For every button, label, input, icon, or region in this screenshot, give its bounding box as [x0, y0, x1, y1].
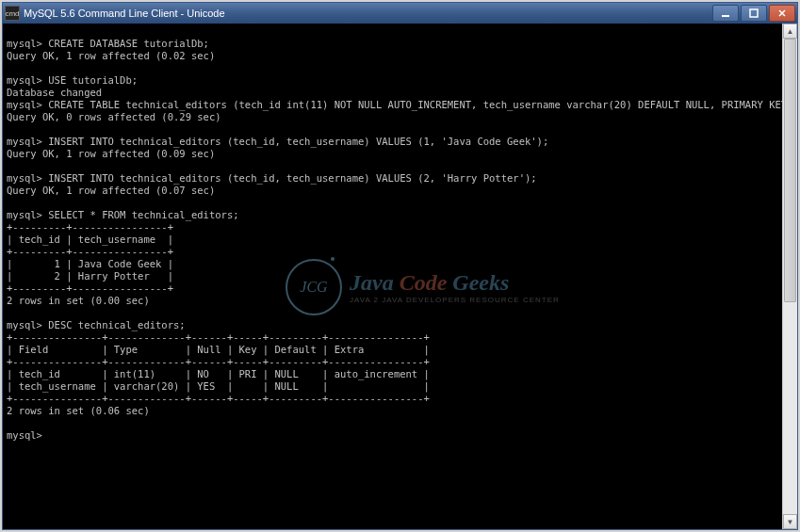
- scroll-up-button[interactable]: ▲: [783, 24, 797, 39]
- scroll-thumb[interactable]: [784, 39, 796, 302]
- maximize-icon: [749, 8, 759, 18]
- close-icon: [777, 8, 787, 18]
- minimize-icon: [721, 8, 730, 18]
- chevron-down-icon: ▼: [787, 518, 794, 526]
- window-title: MySQL 5.6 Command Line Client - Unicode: [24, 8, 710, 19]
- scroll-track[interactable]: [783, 39, 797, 514]
- scroll-down-button[interactable]: ▼: [783, 514, 797, 529]
- close-button[interactable]: [769, 5, 795, 22]
- chevron-up-icon: ▲: [787, 27, 794, 36]
- minimize-button[interactable]: [712, 5, 739, 22]
- app-icon: cmd: [5, 6, 20, 21]
- terminal-output[interactable]: mysql> CREATE DATABASE tutorialDb; Query…: [3, 24, 782, 529]
- vertical-scrollbar[interactable]: ▲ ▼: [782, 24, 797, 529]
- maximize-button[interactable]: [741, 5, 767, 22]
- svg-rect-0: [722, 15, 729, 17]
- client-area: mysql> CREATE DATABASE tutorialDb; Query…: [3, 24, 797, 529]
- app-window: cmd MySQL 5.6 Command Line Client - Unic…: [2, 2, 798, 530]
- svg-rect-1: [750, 9, 758, 17]
- titlebar[interactable]: cmd MySQL 5.6 Command Line Client - Unic…: [3, 3, 797, 24]
